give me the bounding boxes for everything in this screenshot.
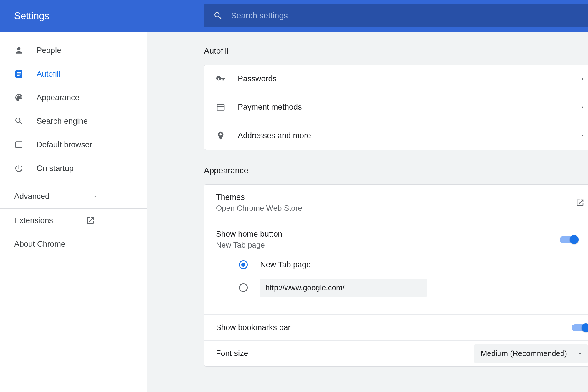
row-label: Addresses and more <box>238 131 576 140</box>
themes-primary: Themes <box>216 193 576 202</box>
power-icon <box>14 164 24 173</box>
browser-icon <box>14 140 24 149</box>
sidebar-item-label: On startup <box>37 164 74 173</box>
font-size-primary: Font size <box>216 349 248 358</box>
extensions-label: Extensions <box>14 216 53 225</box>
radio-custom-url[interactable] <box>239 283 248 292</box>
advanced-toggle[interactable]: Advanced <box>0 184 147 208</box>
search-bar[interactable] <box>204 4 588 27</box>
toggle-knob <box>582 323 588 332</box>
sidebar-item-autofill[interactable]: Autofill <box>0 62 147 86</box>
sidebar-item-on-startup[interactable]: On startup <box>0 157 147 180</box>
credit-card-icon <box>216 103 225 112</box>
bookmarks-bar-primary: Show bookmarks bar <box>216 323 291 332</box>
radio-new-tab-row[interactable]: New Tab page <box>239 253 576 276</box>
about-label: About Chrome <box>14 240 65 249</box>
sidebar-item-label: Appearance <box>37 93 80 102</box>
passwords-row[interactable]: Passwords <box>204 65 588 93</box>
font-size-selected: Medium (Recommended) <box>481 349 567 358</box>
chevron-right-icon <box>581 133 584 138</box>
open-in-new-icon <box>576 198 584 207</box>
radio-custom-url-row[interactable] <box>239 276 576 299</box>
person-icon <box>14 46 24 55</box>
row-label: Payment methods <box>238 103 576 112</box>
search-input[interactable] <box>231 11 579 20</box>
home-button-toggle[interactable] <box>560 236 576 243</box>
radio-new-tab-label: New Tab page <box>260 260 311 269</box>
advanced-label: Advanced <box>14 192 49 201</box>
sidebar-item-label: Autofill <box>37 70 60 79</box>
sidebar-item-label: People <box>37 46 61 55</box>
toggle-knob <box>570 235 579 244</box>
search-nav-icon <box>14 116 24 126</box>
sidebar-item-default-browser[interactable]: Default browser <box>0 133 147 157</box>
themes-secondary: Open Chrome Web Store <box>216 204 576 213</box>
home-button-primary: Show home button <box>216 230 576 239</box>
chevron-down-icon <box>93 194 98 199</box>
font-size-row: Font size Medium (Recommended) <box>204 341 588 366</box>
app-header: Settings <box>0 0 588 32</box>
home-button-row: Show home button New Tab page New Tab pa… <box>204 221 588 315</box>
search-icon <box>213 11 223 20</box>
sidebar-item-label: Search engine <box>37 117 88 126</box>
extensions-link[interactable]: Extensions <box>0 209 147 232</box>
assignment-icon <box>14 69 24 79</box>
sidebar-item-people[interactable]: People <box>0 39 147 62</box>
home-button-secondary: New Tab page <box>216 241 576 250</box>
chevron-down-icon <box>578 351 582 356</box>
palette-icon <box>14 93 24 102</box>
autofill-section-title: Autofill <box>204 46 588 56</box>
appearance-section-title: Appearance <box>204 166 588 175</box>
custom-url-input[interactable] <box>260 279 427 297</box>
addresses-row[interactable]: Addresses and more <box>204 121 588 150</box>
bookmarks-bar-row: Show bookmarks bar <box>204 315 588 341</box>
row-label: Passwords <box>238 74 576 83</box>
appearance-card: Themes Open Chrome Web Store Show home b… <box>204 184 588 367</box>
home-button-radio-group: New Tab page <box>216 250 576 306</box>
font-size-select[interactable]: Medium (Recommended) <box>474 344 588 363</box>
sidebar-item-label: Default browser <box>37 140 92 149</box>
bookmarks-bar-toggle[interactable] <box>572 324 588 331</box>
sidebar-item-search-engine[interactable]: Search engine <box>0 109 147 133</box>
main-content: Autofill Passwords Payment methods Addre… <box>147 32 588 392</box>
sidebar-item-appearance[interactable]: Appearance <box>0 86 147 109</box>
location-icon <box>216 131 225 140</box>
payment-methods-row[interactable]: Payment methods <box>204 93 588 121</box>
key-icon <box>216 74 225 84</box>
open-in-new-icon <box>86 216 95 225</box>
chevron-right-icon <box>581 105 584 110</box>
radio-new-tab[interactable] <box>239 260 248 269</box>
themes-row[interactable]: Themes Open Chrome Web Store <box>204 185 588 221</box>
sidebar: People Autofill Appearance Search engine… <box>0 32 147 392</box>
autofill-card: Passwords Payment methods Addresses and … <box>204 65 588 150</box>
about-chrome-link[interactable]: About Chrome <box>0 232 147 256</box>
chevron-right-icon <box>581 77 584 81</box>
page-title: Settings <box>14 10 49 22</box>
